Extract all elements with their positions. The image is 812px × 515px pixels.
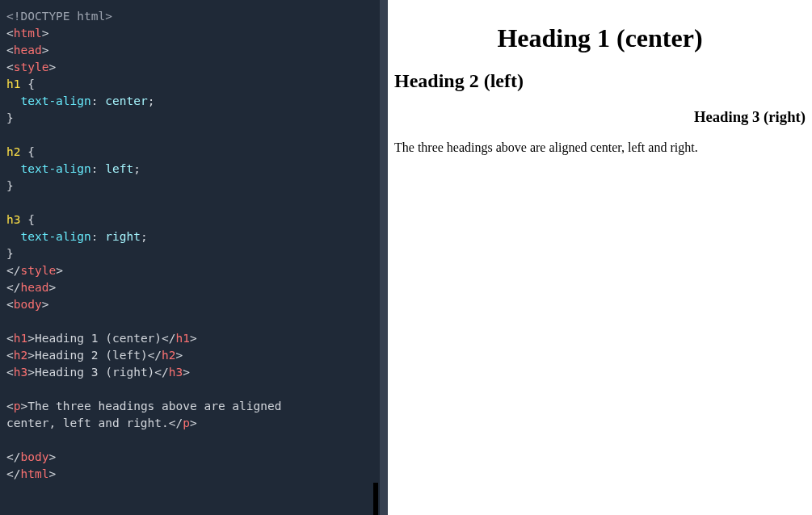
preview-paragraph: The three headings above are aligned cen… xyxy=(394,140,806,155)
code-line[interactable]: text-align: left; xyxy=(6,161,373,178)
preview-heading-3: Heading 3 (right) xyxy=(394,108,806,126)
code-line[interactable]: } xyxy=(6,245,373,262)
code-line[interactable]: <head> xyxy=(6,42,373,59)
code-line[interactable]: h1 { xyxy=(6,76,373,93)
code-line[interactable]: <style> xyxy=(6,59,373,76)
preview-heading-1: Heading 1 (center) xyxy=(394,23,806,53)
code-line[interactable]: h3 { xyxy=(6,211,373,228)
code-line[interactable]: </html> xyxy=(6,466,373,483)
preview-pane: Heading 1 (center) Heading 2 (left) Head… xyxy=(388,0,812,515)
code-line[interactable] xyxy=(6,432,373,449)
code-line[interactable]: <body> xyxy=(6,296,373,313)
code-line[interactable]: <h3>Heading 3 (right)</h3> xyxy=(6,364,373,381)
code-line[interactable]: <html> xyxy=(6,25,373,42)
code-line[interactable] xyxy=(6,127,373,144)
code-line[interactable]: </head> xyxy=(6,279,373,296)
code-line[interactable] xyxy=(6,313,373,330)
scrollbar-thumb[interactable] xyxy=(373,483,378,515)
code-line[interactable]: h2 { xyxy=(6,144,373,161)
code-line[interactable]: } xyxy=(6,178,373,195)
preview-heading-2: Heading 2 (left) xyxy=(394,70,806,92)
code-line[interactable]: <h1>Heading 1 (center)</h1> xyxy=(6,330,373,347)
code-line[interactable]: text-align: center; xyxy=(6,93,373,110)
code-line[interactable]: <!DOCTYPE html> xyxy=(6,8,373,25)
code-line[interactable]: </style> xyxy=(6,262,373,279)
code-content[interactable]: <!DOCTYPE html><html><head><style>h1 { t… xyxy=(6,8,373,483)
code-line[interactable]: text-align: right; xyxy=(6,228,373,245)
code-editor-pane[interactable]: <!DOCTYPE html><html><head><style>h1 { t… xyxy=(0,0,380,515)
code-line[interactable]: } xyxy=(6,110,373,127)
code-line[interactable]: center, left and right.</p> xyxy=(6,415,373,432)
code-line[interactable]: <h2>Heading 2 (left)</h2> xyxy=(6,347,373,364)
code-line[interactable]: <p>The three headings above are aligned xyxy=(6,398,373,415)
pane-divider[interactable] xyxy=(380,0,388,515)
code-line[interactable]: </body> xyxy=(6,449,373,466)
code-line[interactable] xyxy=(6,381,373,398)
code-line[interactable] xyxy=(6,195,373,211)
